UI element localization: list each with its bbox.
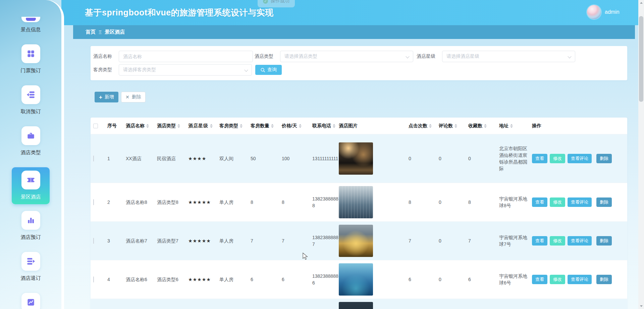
room-count-cell: 8 (247, 199, 278, 206)
sort-caret-icon[interactable] (146, 124, 149, 128)
sort-caret-icon[interactable] (299, 124, 302, 128)
column-header[interactable]: 收藏数 (465, 123, 496, 129)
delete-row-button[interactable]: 删除 (596, 275, 612, 284)
sidebar-item-hotel-booking[interactable]: 酒店预订 (21, 211, 41, 240)
table-row: 1XX酒店民宿酒店★★★★双人间5010013111111111000北京市朝阳… (91, 134, 627, 183)
sidebar-item-scenic-hotel[interactable]: 景区酒店 (12, 167, 50, 204)
view-button[interactable]: 查看 (532, 275, 547, 284)
column-header-label: 客房类型 (219, 123, 238, 129)
row-checkbox[interactable] (93, 199, 94, 205)
column-header[interactable]: 客房数量 (247, 123, 278, 129)
column-header[interactable]: 酒店名称 (122, 123, 154, 129)
hotel-type-cell: 酒店类型7 (154, 237, 185, 244)
scrollbar-thumb[interactable] (639, 16, 643, 102)
column-header-label: 酒店类型 (157, 123, 176, 129)
toast-text: 操作成功 (271, 0, 289, 4)
sort-caret-icon[interactable] (333, 124, 335, 128)
scroll-up-button[interactable] (638, 0, 644, 6)
hotel-image[interactable] (339, 186, 373, 218)
user-menu[interactable]: admin (587, 5, 620, 19)
hotel-image[interactable] (339, 225, 373, 257)
sidebar-item-scenic-info[interactable]: 景点信息 (21, 17, 41, 33)
delete-button-label: 删除 (132, 94, 141, 100)
sidebar-item-stats[interactable] (21, 293, 40, 309)
sort-caret-icon[interactable] (484, 124, 487, 128)
sort-caret-icon[interactable] (210, 124, 213, 128)
index-cell: 2 (104, 199, 122, 206)
hotel-image[interactable] (339, 263, 373, 296)
hotel-image[interactable] (339, 302, 373, 309)
hotel-type-select[interactable]: 请选择酒店类型 (280, 51, 413, 62)
breadcrumb-current: 景区酒店 (105, 29, 125, 35)
sort-caret-icon[interactable] (240, 124, 243, 128)
hotel-star-select[interactable]: 请选择酒店星级 (442, 51, 575, 62)
favorites-cell: 8 (465, 199, 496, 206)
hotel-name-cell: 酒店名称8 (122, 199, 154, 206)
sort-caret-icon[interactable] (271, 124, 274, 128)
column-header[interactable]: 酒店星级 (185, 123, 216, 129)
room-count-cell: 6 (247, 276, 278, 283)
view-button[interactable]: 查看 (532, 197, 547, 207)
column-header-label: 点击次数 (409, 123, 427, 129)
avatar[interactable] (587, 5, 601, 19)
sort-caret-icon[interactable] (454, 124, 457, 128)
column-header[interactable]: 地址 (496, 123, 529, 129)
add-button[interactable]: + 新增 (95, 92, 118, 102)
success-check-icon: ✓ (263, 0, 268, 4)
breadcrumb-home[interactable]: 首页 (86, 29, 96, 35)
edit-button[interactable]: 修改 (550, 236, 565, 246)
delete-row-button[interactable]: 删除 (596, 154, 612, 163)
clicks-cell: 6 (405, 276, 435, 283)
hotel-star-cell: ★★★★★ (185, 237, 216, 244)
delete-row-button[interactable]: 删除 (596, 236, 612, 246)
room-type-select[interactable]: 请选择客房类型 (119, 64, 252, 76)
phone-cell: 13823888888 (309, 195, 339, 209)
column-header[interactable]: 价格/天 (278, 123, 309, 129)
view-comments-button[interactable]: 查看评论 (568, 275, 592, 284)
edit-button[interactable]: 修改 (550, 154, 565, 163)
sort-caret-icon[interactable] (510, 124, 513, 128)
sidebar-item-hotel-type[interactable]: 酒店类型 (21, 126, 41, 156)
comments-count-cell: 0 (435, 237, 465, 244)
actions-cell: 查看修改查看评论删除 (529, 275, 627, 284)
scroll-down-button[interactable] (638, 303, 644, 309)
hotel-type-icon (21, 126, 40, 145)
sidebar-item-hotel-unbooking[interactable]: 酒店退订 (21, 252, 41, 281)
hotel-image-cell (339, 302, 405, 309)
column-header[interactable]: 点击次数 (405, 123, 435, 129)
edit-button[interactable]: 修改 (550, 197, 565, 207)
view-comments-button[interactable]: 查看评论 (568, 154, 592, 163)
view-comments-button[interactable]: 查看评论 (568, 197, 592, 207)
sidebar-item-cancel-booking[interactable]: 取消预订 (21, 85, 41, 115)
search-button[interactable]: 查询 (255, 65, 282, 75)
delete-row-button[interactable]: 删除 (596, 197, 612, 207)
column-header-label: 序号 (107, 123, 117, 129)
sort-caret-icon[interactable] (429, 124, 432, 128)
column-header[interactable]: 联系电话 (309, 123, 339, 129)
column-header[interactable]: 评论数 (435, 123, 465, 129)
view-button[interactable]: 查看 (532, 236, 547, 246)
row-checkbox[interactable] (93, 276, 94, 282)
column-header[interactable]: 客房类型 (216, 123, 247, 129)
delete-button[interactable]: ✕ 删除 (121, 92, 146, 102)
sidebar-item-ticket-booking[interactable]: 门票预订 (21, 44, 41, 74)
toast-message: ✓ 操作成功 (258, 0, 295, 7)
row-checkbox[interactable] (93, 156, 94, 162)
table-row: 2酒店名称8酒店类型8★★★★★单人房8813823888888808宇宙银河系… (91, 183, 627, 222)
hotel-name-input[interactable] (119, 51, 253, 62)
view-button[interactable]: 查看 (532, 154, 547, 163)
row-checkbox[interactable] (93, 238, 94, 244)
sort-caret-icon[interactable] (177, 124, 180, 128)
view-comments-button[interactable]: 查看评论 (568, 236, 592, 246)
scrollbar[interactable] (638, 0, 644, 309)
select-all-checkbox[interactable] (93, 124, 98, 128)
column-header[interactable]: 酒店类型 (154, 123, 185, 129)
chevron-down-icon (568, 54, 571, 58)
actions-cell: 查看修改查看评论删除 (529, 197, 627, 207)
hotel-star-group: 酒店星级 请选择酒店星级 (417, 51, 575, 62)
edit-button[interactable]: 修改 (550, 275, 565, 284)
table-toolbar: + 新增 ✕ 删除 (95, 92, 146, 102)
hotel-type-group: 酒店类型 请选择酒店类型 (255, 51, 413, 62)
hotel-type-placeholder: 请选择酒店类型 (284, 53, 317, 59)
hotel-image[interactable] (339, 142, 373, 175)
